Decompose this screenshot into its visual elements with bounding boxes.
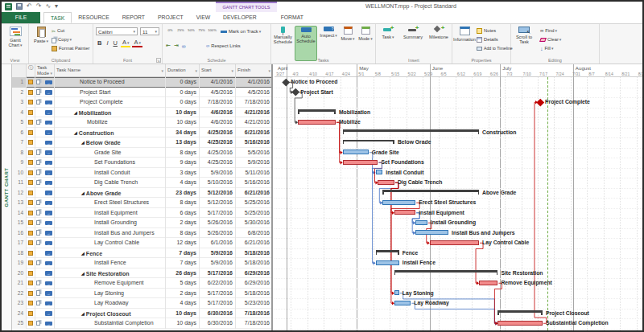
table-row-2[interactable]: 2Project Start0 days4/5/20164/5/2016 [12, 88, 273, 98]
cell[interactable]: 5/12/2016 [200, 188, 236, 199]
table-row-15[interactable]: 15Install Grounding2 days5/26/20165/30/2… [12, 218, 273, 228]
move-button[interactable]: Move [339, 26, 357, 41]
cell[interactable]: 6/22/2016 [200, 278, 236, 289]
cell[interactable] [35, 97, 55, 108]
cell[interactable]: Remove Equipment [55, 278, 166, 289]
cell[interactable]: ◢Below Grade [55, 137, 166, 148]
gantt-summary-bar[interactable] [298, 109, 336, 112]
pct-100-button[interactable]: 100% [207, 29, 217, 32]
cell[interactable] [27, 238, 35, 248]
cell[interactable]: 5/9/2016 [200, 248, 236, 259]
gantt-bar[interactable] [343, 150, 369, 154]
cell[interactable]: 5/17/2016 [200, 268, 236, 279]
cell[interactable]: Erect Steel Structures [55, 198, 166, 208]
cell[interactable]: 6/30/2016 [200, 309, 236, 319]
insert-milestone-button[interactable]: + Milestone [426, 26, 452, 39]
cell[interactable]: 6/30/2016 [200, 318, 236, 329]
cell[interactable]: 24 [12, 309, 27, 319]
cell[interactable]: ◢Fence [55, 248, 166, 259]
table-row-21[interactable]: 21Remove Equipment5 days6/22/20166/29/20… [12, 278, 273, 289]
cell[interactable]: 9 days [166, 158, 200, 168]
cell[interactable]: 25 [12, 318, 27, 329]
cell[interactable]: 18 [12, 248, 27, 259]
cell[interactable]: 6 days [166, 208, 200, 219]
cell[interactable]: 4/6/2016 [200, 108, 236, 118]
cell[interactable]: ◢Mobilization [55, 108, 166, 118]
cell[interactable] [35, 158, 55, 168]
cell[interactable]: 4/1/2016 [236, 77, 273, 88]
gantt-bar[interactable] [415, 230, 448, 235]
bold-button[interactable]: B [96, 39, 103, 47]
table-row-8[interactable]: 8Grade Site8 days4/25/20165/5/2016 [12, 148, 273, 158]
cell[interactable]: 7 days [166, 248, 200, 259]
custom-qat-icon[interactable]: ∿ [45, 2, 51, 10]
underline-button[interactable]: U [112, 39, 119, 47]
cell[interactable]: 5/18/2016 [236, 248, 273, 259]
cell[interactable]: 6/21/2016 [236, 238, 273, 248]
cell[interactable]: 5/26/2016 [200, 218, 236, 228]
gantt-summary-bar[interactable] [394, 270, 497, 273]
cell[interactable]: Lay Roadway [55, 298, 166, 309]
cell[interactable]: 11 [12, 178, 27, 188]
details-button[interactable]: Details [477, 35, 498, 43]
gantt-chart-button[interactable]: Gantt Chart [5, 26, 26, 47]
insert-task-button[interactable]: + Task [378, 26, 398, 39]
save-icon[interactable] [16, 3, 23, 10]
cell[interactable] [27, 258, 35, 268]
table-row-24[interactable]: 24◢Project Closeout10 days6/30/20167/18/… [12, 309, 273, 319]
cell[interactable]: 7 [12, 137, 27, 148]
table-row-6[interactable]: 6◢Construction34 days4/25/20166/21/2016 [12, 128, 273, 138]
copy-button[interactable]: Copy [52, 35, 72, 43]
cell[interactable]: 10 days [166, 117, 200, 128]
cell[interactable]: 7/18/2016 [236, 309, 273, 319]
cell[interactable]: 5/11/2016 [236, 168, 273, 178]
table-row-12[interactable]: 12◢Above Grade23 days5/12/20166/21/2016 [12, 188, 273, 199]
cell[interactable]: ◢Site Restoration [55, 268, 166, 279]
table-row-7[interactable]: 7◢Below Grade13 days4/25/20165/16/2016 [12, 137, 273, 148]
header-task-name[interactable]: Task Name▼ [55, 64, 166, 77]
gantt-summary-bar[interactable] [497, 310, 542, 313]
cell[interactable] [27, 298, 35, 309]
cell[interactable]: 5/18/2016 [236, 289, 273, 299]
cell[interactable] [27, 278, 35, 289]
cell[interactable]: 4/25/2016 [200, 128, 236, 138]
gantt-bar[interactable] [430, 240, 479, 245]
cell[interactable]: Dig Cable Trench [55, 178, 166, 188]
cell[interactable]: Notice to Proceed [55, 77, 166, 88]
table-row-25[interactable]: 25Substaintial Completion10 days6/30/201… [12, 318, 273, 329]
cell[interactable]: Install Grounding [55, 218, 166, 228]
gantt-summary-bar[interactable] [376, 250, 399, 252]
tab-report[interactable]: REPORT [116, 12, 151, 23]
gantt-bar[interactable] [394, 301, 411, 305]
header-start[interactable]: Start▼ [200, 64, 236, 77]
table-row-22[interactable]: 22Lay Stoning2 days5/17/20165/18/2016 [12, 289, 273, 299]
link-tasks-icon[interactable]: ∞ [182, 43, 186, 49]
table-row-5[interactable]: 5Mobilize10 days4/6/20164/21/2016 [12, 117, 273, 128]
cut-button[interactable]: ✂ Cut [52, 27, 64, 35]
add-to-timeline-button[interactable]: Add to Timeline [477, 44, 513, 52]
pct-0-button[interactable]: 0% [165, 29, 175, 32]
cell[interactable] [27, 228, 35, 239]
cell[interactable]: 4/5/2016 [236, 88, 273, 98]
cell[interactable] [35, 278, 55, 289]
respect-links-button[interactable]: ∞ Respect Links [206, 42, 241, 50]
cell[interactable] [27, 77, 35, 88]
gantt-bar[interactable] [394, 290, 399, 295]
cell[interactable] [27, 178, 35, 188]
cell[interactable] [35, 268, 55, 279]
cell[interactable]: 0 days [166, 88, 200, 98]
cell[interactable] [35, 238, 55, 248]
tab-task[interactable]: TASK [43, 12, 72, 23]
cell[interactable]: Install Bus and Jumpers [55, 228, 166, 239]
cell[interactable]: 5/23/2016 [236, 298, 273, 309]
collapse-arrow-icon[interactable]: ◢ [81, 140, 85, 145]
fill-button[interactable]: ↓ Fill [540, 44, 553, 52]
cell[interactable] [27, 309, 35, 319]
table-row-20[interactable]: 20◢Site Restoration26 days5/17/20166/29/… [12, 268, 273, 279]
table-row-18[interactable]: 18◢Fence7 days5/9/20165/18/2016 [12, 248, 273, 259]
cell[interactable]: 10 days [166, 318, 200, 329]
cell[interactable]: 5/30/2016 [236, 218, 273, 228]
cell[interactable]: 5/18/2016 [236, 258, 273, 268]
cell[interactable]: 4/25/2016 [200, 158, 236, 168]
gantt-summary-bar[interactable] [343, 129, 479, 132]
